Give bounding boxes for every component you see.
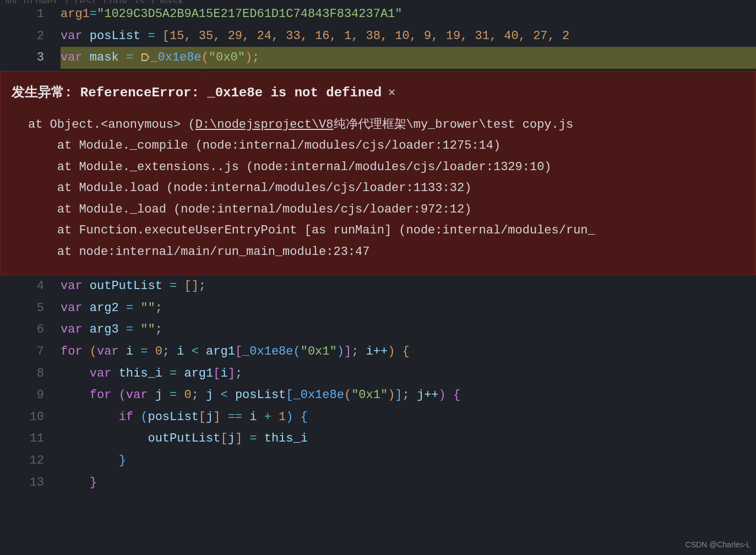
code-line[interactable]: 8 var this_i = arg1[i]; [0,363,756,385]
close-icon[interactable]: ✕ [388,83,395,104]
inline-breakpoint-icon[interactable] [140,47,150,69]
code-content[interactable]: var arg3 = ""; [61,319,756,341]
code-line[interactable]: 7 for (var i = 0; i < arg1[_0x1e8e("0x1"… [0,341,756,363]
line-number: 12 [0,450,61,472]
code-content[interactable]: for (var j = 0; j < posList[_0x1e8e("0x1… [61,384,756,406]
code-editor[interactable]: 1 arg1="1029C3D5A2B9A15E217ED61D1C74843F… [0,3,756,493]
code-content[interactable]: var mask = _0x1e8e("0x0"); [61,47,756,69]
exception-message: 发生异常: ReferenceError: _0x1e8e is not def… [12,81,382,105]
code-content[interactable]: if (posList[j] == i + 1) { [61,406,756,428]
code-content[interactable]: var this_i = arg1[i]; [61,363,756,385]
line-number: 4 [0,275,61,297]
code-content[interactable]: outPutList[j] = this_i [61,428,756,450]
code-line[interactable]: 1 arg1="1029C3D5A2B9A15E217ED61D1C74843F… [0,3,756,25]
line-number: 11 [0,428,61,450]
line-number: 2 [0,25,61,47]
stack-frame: at node:internal/main/run_main_module:23… [28,245,370,259]
stack-frame: at Module.load (node:internal/modules/cj… [28,181,471,195]
line-number: 7 [0,341,61,363]
code-content[interactable]: } [61,472,756,494]
code-line[interactable]: 10 if (posList[j] == i + 1) { [0,406,756,428]
stack-frame: at Module._compile (node:internal/module… [28,139,501,153]
line-number: 3 [0,47,61,69]
code-content[interactable]: var arg2 = ""; [61,297,756,319]
code-line[interactable]: 9 for (var j = 0; j < posList[_0x1e8e("0… [0,384,756,406]
line-number: 6 [0,319,61,341]
code-content[interactable]: } [61,450,756,472]
line-number: 8 [0,363,61,385]
code-line[interactable]: 12 } [0,450,756,472]
stack-frame-link[interactable]: D:\nodejsproject\V8 [195,118,334,132]
watermark: CSDN @Charles-L [686,538,750,552]
exception-stack: at Object.<anonymous> (D:\nodejsproject\… [12,115,744,263]
line-number: 9 [0,384,61,406]
code-line[interactable]: 4 var outPutList = []; [0,275,756,297]
exception-panel: 发生异常: ReferenceError: _0x1e8e is not def… [0,71,756,276]
code-line[interactable]: 11 outPutList[j] = this_i [0,428,756,450]
line-number: 10 [0,406,61,428]
code-content[interactable]: arg1="1029C3D5A2B9A15E217ED61D1C74843F83… [61,3,756,25]
code-line[interactable]: 6 var arg3 = ""; [0,319,756,341]
code-content[interactable]: for (var i = 0; i < arg1[_0x1e8e("0x1")]… [61,341,756,363]
exception-pointer-icon [199,71,210,77]
code-content[interactable]: var outPutList = []; [61,275,756,297]
line-number: 13 [0,472,61,494]
exception-title: 发生异常: ReferenceError: _0x1e8e is not def… [12,81,744,105]
line-number: 1 [0,3,61,25]
code-line[interactable]: 13 } [0,472,756,494]
stack-frame: at Module._load (node:internal/modules/c… [28,203,471,216]
line-number: 5 [0,297,61,319]
code-line[interactable]: 2 var posList = [15, 35, 29, 24, 33, 16,… [0,25,756,47]
code-line[interactable]: 5 var arg2 = ""; [0,297,756,319]
code-content[interactable]: var posList = [15, 35, 29, 24, 33, 16, 1… [61,25,756,47]
code-line-paused[interactable]: 3 var mask = _0x1e8e("0x0"); [0,47,756,69]
stack-frame: at Module._extensions..js (node:internal… [28,160,552,174]
stack-frame: at Function.executeUserEntryPoint [as ru… [28,224,595,237]
